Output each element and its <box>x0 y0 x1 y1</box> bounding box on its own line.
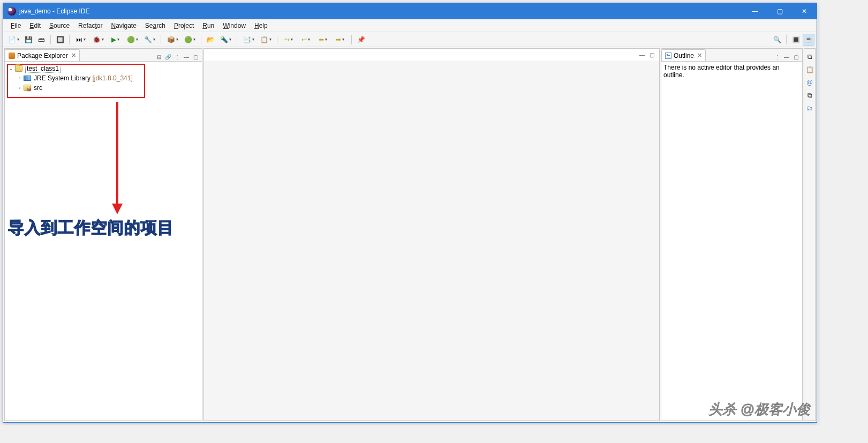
search-icon[interactable]: 🔍 <box>771 34 783 46</box>
titlebar[interactable]: java_demo - Eclipse IDE — ▢ ✕ <box>3 3 817 19</box>
jre-version: [jdk1.8.0_341] <box>92 74 132 82</box>
menu-project[interactable]: Project <box>170 21 198 31</box>
minimize-editor-button[interactable]: — <box>638 50 646 59</box>
back-button[interactable]: ⬅ <box>315 34 331 46</box>
at-icon[interactable]: @ <box>805 78 814 87</box>
outline-tabs: Outline ✕ ⋮ — ▢ <box>661 49 802 62</box>
external-tools-button[interactable]: 🔧 <box>141 34 157 46</box>
new-class-button[interactable]: 🟢 <box>182 34 198 46</box>
next-annotation-button[interactable]: ↪ <box>281 34 297 46</box>
menu-refactor[interactable]: Refactor <box>74 21 107 31</box>
jre-label: JRE System Library <box>34 74 90 82</box>
maximize-editor-button[interactable]: ▢ <box>647 50 656 59</box>
tree-src-node[interactable]: › src <box>7 83 200 93</box>
menu-run[interactable]: Run <box>198 21 218 31</box>
project-icon <box>14 64 23 73</box>
maximize-view-button[interactable]: ▢ <box>791 52 800 61</box>
menu-help[interactable]: Help <box>250 21 272 31</box>
link-editor-button[interactable]: 🔗 <box>164 52 172 61</box>
svg-marker-1 <box>112 204 123 214</box>
skip-breakpoints-button[interactable]: ⏭ <box>73 34 89 46</box>
tree-project-node[interactable]: ⌄ test_class1 <box>7 64 200 73</box>
view-menu-button[interactable]: ⋮ <box>773 52 782 61</box>
src-label: src <box>34 84 42 92</box>
restore-view-button[interactable]: ⧉ <box>805 52 814 62</box>
open-perspective-button[interactable]: 🔳 <box>790 34 802 46</box>
outline-panel: Outline ✕ ⋮ — ▢ There is no active edito… <box>661 48 803 421</box>
eclipse-icon <box>7 7 16 16</box>
collapse-all-button[interactable]: ⊟ <box>155 52 163 61</box>
maximize-view-button[interactable]: ▢ <box>191 52 200 61</box>
forward-button[interactable]: ➡ <box>332 34 348 46</box>
pin-editor-button[interactable]: 📌 <box>355 34 367 46</box>
save-button[interactable]: 💾 <box>22 34 34 46</box>
window-title: java_demo - Eclipse IDE <box>19 7 743 15</box>
workbench: Package Explorer ✕ ⊟ 🔗 ⋮ — ▢ ⌄ test_clas… <box>3 47 817 422</box>
editor-body[interactable] <box>204 61 659 421</box>
task-list-icon[interactable]: 📋 <box>805 65 814 74</box>
project-label: test_class1 <box>25 64 61 73</box>
separator <box>786 35 787 44</box>
tree-jre-node[interactable]: › JRE System Library [jdk1.8.0_341] <box>7 73 200 83</box>
minimize-button[interactable]: — <box>743 3 767 19</box>
separator <box>201 35 201 44</box>
java-perspective-button[interactable]: ☕ <box>803 34 814 46</box>
separator <box>351 35 352 44</box>
src-folder-icon <box>23 84 32 92</box>
open-task-button[interactable]: 📂 <box>205 34 216 46</box>
expander-icon[interactable]: › <box>17 85 23 91</box>
menu-file[interactable]: File <box>6 21 25 31</box>
view-menu-button[interactable]: ⋮ <box>173 52 182 61</box>
annotation-text: 导入到工作空间的项目 <box>8 217 174 239</box>
editor-panel: — ▢ <box>203 48 660 421</box>
outline-icon <box>665 52 671 59</box>
editor-tabbar: — ▢ <box>204 49 659 61</box>
separator <box>277 35 277 44</box>
watermark-text: 头杀 @极客小俊 <box>708 400 810 419</box>
package-explorer-tab[interactable]: Package Explorer ✕ <box>5 49 80 61</box>
minimize-view-button[interactable]: — <box>782 52 791 61</box>
menu-search[interactable]: Search <box>141 21 170 31</box>
run-button[interactable]: ▶ <box>107 34 123 46</box>
expander-icon[interactable]: ⌄ <box>8 66 14 71</box>
outline-empty-message: There is no active editor that provides … <box>663 64 780 79</box>
toggle-breadcrumb-button[interactable]: 📑 <box>240 34 256 46</box>
debug-button[interactable]: 🐞 <box>90 34 106 46</box>
main-toolbar: 📄 💾 🗃 🔲 ⏭ 🐞 ▶ 🟢 🔧 📦 🟢 📂 🔦 📑 📋 ↪ ↩ ⬅ ➡ 📌 … <box>3 32 817 47</box>
separator <box>69 35 70 44</box>
templates-icon[interactable]: 🗂 <box>805 103 814 113</box>
expander-icon[interactable]: › <box>17 76 23 81</box>
separator <box>161 35 161 44</box>
maximize-button[interactable]: ▢ <box>767 3 792 19</box>
menu-source[interactable]: Source <box>45 21 74 31</box>
library-icon <box>23 74 32 82</box>
menu-navigate[interactable]: Navigate <box>107 21 140 31</box>
menu-window[interactable]: Window <box>218 21 250 31</box>
save-all-button[interactable]: 🗃 <box>35 34 47 46</box>
outline-tab[interactable]: Outline ✕ <box>661 49 706 61</box>
close-icon[interactable]: ✕ <box>71 52 76 59</box>
separator <box>237 35 237 44</box>
prev-annotation-button[interactable]: ↩ <box>298 34 314 46</box>
search-button[interactable]: 🔦 <box>217 34 233 46</box>
outline-body: There is no active editor that provides … <box>661 62 802 421</box>
open-type-button[interactable]: 🔲 <box>54 34 66 46</box>
package-icon <box>9 52 15 59</box>
package-explorer-tabs: Package Explorer ✕ ⊟ 🔗 ⋮ — ▢ <box>5 49 202 62</box>
right-trim-stack: ⧉ 📋 @ ⧉ 🗂 <box>804 48 816 421</box>
package-explorer-body: ⌄ test_class1 › JRE System Library [jdk1… <box>5 62 202 421</box>
coverage-button[interactable]: 🟢 <box>124 34 140 46</box>
eclipse-window: java_demo - Eclipse IDE — ▢ ✕ File Edit … <box>3 3 817 423</box>
restore-view-button[interactable]: ⧉ <box>805 91 814 100</box>
close-icon[interactable]: ✕ <box>697 52 702 59</box>
outline-label: Outline <box>674 52 694 59</box>
new-button[interactable]: 📄 <box>5 34 21 46</box>
new-package-button[interactable]: 📦 <box>164 34 180 46</box>
annotation-arrow <box>109 99 125 217</box>
toggle-mark-button[interactable]: 📋 <box>258 34 274 46</box>
menu-edit[interactable]: Edit <box>25 21 45 31</box>
minimize-view-button[interactable]: — <box>182 52 191 61</box>
package-explorer-panel: Package Explorer ✕ ⊟ 🔗 ⋮ — ▢ ⌄ test_clas… <box>4 48 202 421</box>
close-button[interactable]: ✕ <box>792 3 817 19</box>
package-explorer-label: Package Explorer <box>17 52 68 59</box>
